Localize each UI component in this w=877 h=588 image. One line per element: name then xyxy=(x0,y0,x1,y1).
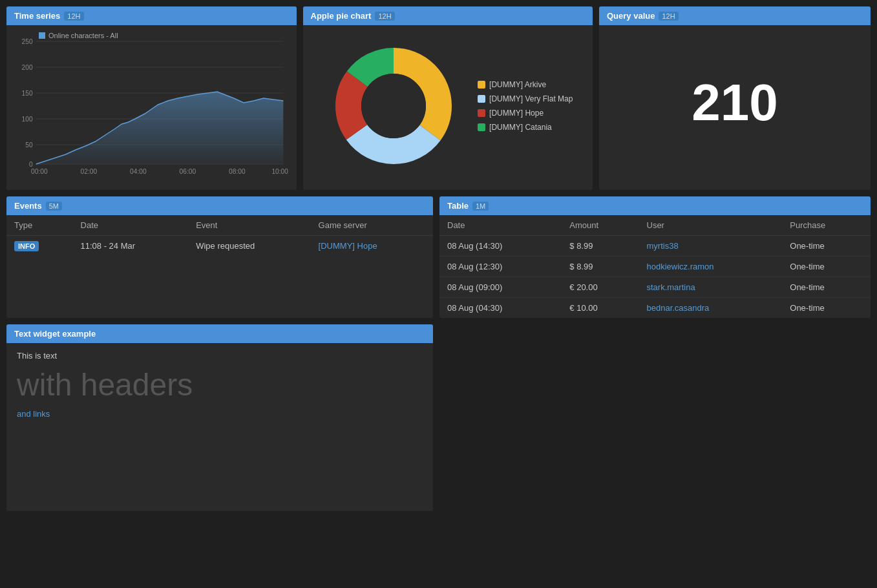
cell-date-2: 08 Aug (12:30) xyxy=(439,257,562,277)
cell-date-3: 08 Aug (09:00) xyxy=(439,277,562,298)
time-series-chart-area: Online characters - All 250 200 150 xyxy=(13,28,290,184)
pie-legend-label-hope: [DUMMY] Hope xyxy=(489,109,544,118)
pie-header: Apple pie chart 12H xyxy=(303,6,593,25)
cell-user-3: stark.martina xyxy=(639,277,783,298)
pie-title: Apple pie chart xyxy=(311,11,372,21)
pie-chart-svg xyxy=(322,35,465,177)
time-series-panel: Time series 12H Online characters - All xyxy=(6,6,297,190)
events-header: Events 5M xyxy=(6,196,433,215)
user-link-4[interactable]: bednar.casandra xyxy=(647,303,710,313)
events-row-1: INFO 11:08 - 24 Mar Wipe requested [DUMM… xyxy=(6,236,433,257)
cell-purchase-2: One-time xyxy=(782,257,871,277)
col-date: Date xyxy=(439,215,562,236)
time-series-legend: Online characters - All xyxy=(39,32,118,39)
row-3: Text widget example This is text with he… xyxy=(6,324,871,511)
time-series-title: Time series xyxy=(14,11,60,21)
svg-text:250: 250 xyxy=(22,38,33,45)
user-link-3[interactable]: stark.martina xyxy=(647,282,695,292)
svg-text:0: 0 xyxy=(29,161,33,168)
events-col-type: Type xyxy=(6,215,73,236)
data-table-badge: 1M xyxy=(472,202,489,211)
data-table-panel: Table 1M Date Amount User Purchase xyxy=(439,196,871,318)
pie-legend-dot-catania xyxy=(478,123,485,131)
legend-label: Online characters - All xyxy=(48,32,118,39)
data-table-body: Date Amount User Purchase 08 Aug (14:30)… xyxy=(439,215,871,318)
pie-legend-dot-hope xyxy=(478,109,485,117)
events-server-link-1[interactable]: [DUMMY] Hope xyxy=(319,241,377,251)
row-2: Events 5M Type Date Event Game server xyxy=(6,196,871,318)
col-user: User xyxy=(639,215,783,236)
events-date-1: 11:08 - 24 Mar xyxy=(73,236,189,257)
cell-user-2: hodkiewicz.ramon xyxy=(639,257,783,277)
events-col-gameserver: Game server xyxy=(311,215,433,236)
cell-amount-4: € 10.00 xyxy=(562,298,639,319)
col-amount: Amount xyxy=(562,215,639,236)
time-series-header: Time series 12H xyxy=(6,6,297,25)
svg-text:00:00: 00:00 xyxy=(31,168,48,175)
cell-user-1: myrtis38 xyxy=(639,236,783,257)
pie-panel: Apple pie chart 12H xyxy=(303,6,593,190)
svg-text:02:00: 02:00 xyxy=(81,168,98,175)
time-series-svg: 250 200 150 100 50 0 00:00 02:00 04:00 0… xyxy=(13,28,290,177)
cell-amount-1: $ 8.99 xyxy=(562,236,639,257)
table-row: 08 Aug (14:30) $ 8.99 myrtis38 One-time xyxy=(439,236,871,257)
data-table-title: Table xyxy=(447,201,469,211)
events-badge: 5M xyxy=(46,202,62,211)
pie-badge: 12H xyxy=(375,12,394,21)
cell-amount-2: $ 8.99 xyxy=(562,257,639,277)
cell-purchase-4: One-time xyxy=(782,298,871,319)
user-link-2[interactable]: hodkiewicz.ramon xyxy=(647,262,714,271)
query-value-body: 210 xyxy=(599,25,871,180)
query-value-title: Query value xyxy=(607,11,655,21)
time-series-badge: 12H xyxy=(64,12,83,21)
user-link-1[interactable]: myrtis38 xyxy=(647,241,679,251)
cell-date-4: 08 Aug (04:30) xyxy=(439,298,562,319)
events-event-1: Wipe requested xyxy=(188,236,310,257)
data-table-header: Table 1M xyxy=(439,196,871,215)
events-type-1: INFO xyxy=(6,236,73,257)
text-widget-body: This is text with headers and links xyxy=(6,343,433,511)
pie-legend-label-catania: [DUMMY] Catania xyxy=(489,123,552,132)
text-widget-panel: Text widget example This is text with he… xyxy=(6,324,433,511)
pie-legend-label-flatmap: [DUMMY] Very Flat Map xyxy=(489,94,573,103)
pie-legend: [DUMMY] Arkive [DUMMY] Very Flat Map [DU… xyxy=(478,80,573,132)
text-widget-header: Text widget example xyxy=(6,324,433,343)
svg-text:100: 100 xyxy=(22,116,33,123)
pie-inner-circle xyxy=(361,74,426,138)
pie-legend-item-flatmap: [DUMMY] Very Flat Map xyxy=(478,94,573,103)
table-row: 08 Aug (12:30) $ 8.99 hodkiewicz.ramon O… xyxy=(439,257,871,277)
events-header-row: Type Date Event Game server xyxy=(6,215,433,236)
pie-legend-label-arkive: [DUMMY] Arkive xyxy=(489,80,546,89)
svg-text:08:00: 08:00 xyxy=(229,168,246,175)
text-widget-small: This is text xyxy=(17,351,423,361)
svg-text:10:00: 10:00 xyxy=(271,168,288,175)
table-row: 08 Aug (04:30) € 10.00 bednar.casandra O… xyxy=(439,298,871,319)
table-row: 08 Aug (09:00) € 20.00 stark.martina One… xyxy=(439,277,871,298)
pie-legend-item-catania: [DUMMY] Catania xyxy=(478,123,573,132)
time-series-body: Online characters - All 250 200 150 xyxy=(6,25,297,190)
events-server-1: [DUMMY] Hope xyxy=(311,236,433,257)
svg-text:50: 50 xyxy=(25,142,33,149)
events-panel: Events 5M Type Date Event Game server xyxy=(6,196,433,318)
text-widget-link[interactable]: and links xyxy=(17,409,50,419)
query-value-panel: Query value 12H 210 xyxy=(599,6,871,190)
svg-text:200: 200 xyxy=(22,64,33,71)
row-1: Time series 12H Online characters - All xyxy=(6,6,871,190)
data-table-header-row: Date Amount User Purchase xyxy=(439,215,871,236)
svg-text:06:00: 06:00 xyxy=(180,168,196,175)
pie-legend-item-arkive: [DUMMY] Arkive xyxy=(478,80,573,89)
data-table: Date Amount User Purchase 08 Aug (14:30)… xyxy=(439,215,871,318)
query-value-badge: 12H xyxy=(659,12,678,21)
pie-legend-item-hope: [DUMMY] Hope xyxy=(478,109,573,118)
pie-legend-dot-flatmap xyxy=(478,95,485,103)
cell-purchase-3: One-time xyxy=(782,277,871,298)
svg-text:04:00: 04:00 xyxy=(130,168,147,175)
text-widget-title: Text widget example xyxy=(14,329,96,339)
pie-legend-dot-arkive xyxy=(478,81,485,89)
query-value-header: Query value 12H xyxy=(599,6,871,25)
info-badge: INFO xyxy=(14,241,39,251)
events-title: Events xyxy=(14,201,42,211)
query-value-number: 210 xyxy=(692,73,777,132)
legend-color xyxy=(39,32,45,39)
cell-date-1: 08 Aug (14:30) xyxy=(439,236,562,257)
